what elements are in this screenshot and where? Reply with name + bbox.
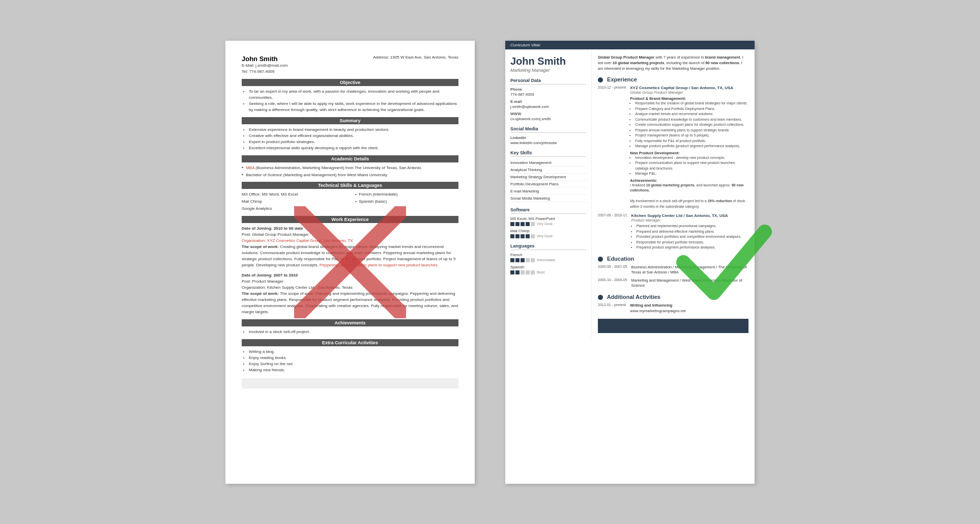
resume-left: John Smith E-Mail: j.smith@mail.com Tel:… xyxy=(225,41,475,484)
exp-1-dates: 2010-12 - present xyxy=(598,86,626,209)
key-skill-4: Portfolio Development Plans xyxy=(510,181,586,188)
left-work-2-post: Post: Product Manager xyxy=(242,279,458,285)
left-summary-title: Summary xyxy=(242,117,458,124)
sq5 xyxy=(531,258,535,262)
experience-title: Experience xyxy=(598,76,748,82)
exp-1-company: XYZ Cosmetics Capital Group / San Antoni… xyxy=(630,86,748,90)
lang-item-2: Spanish Basic xyxy=(510,265,586,274)
left-academic-text-1: MBA (Business Administration, Marketing … xyxy=(246,165,421,171)
key-skills-title: Key Skills xyxy=(510,150,586,157)
left-objective-list: To be an expert in my area of work, with… xyxy=(242,89,458,113)
exp-1-sub1-list: Responsible for the creation of global b… xyxy=(630,101,748,149)
email-label: E-mail xyxy=(510,99,586,104)
edu-2-dates: 2000-10 - 2004-05 xyxy=(598,278,627,289)
software-1-level: Very Good xyxy=(537,222,553,226)
exp-1-sub3-title: Achievements: xyxy=(630,178,748,183)
exp-1-sub1-b3: Analyze market trends and recommend solu… xyxy=(635,112,748,117)
education-title: Education xyxy=(598,256,748,262)
software-2-bar: Very Good xyxy=(510,234,586,238)
add-entry-1: 2012-01 - present Writing and Influencin… xyxy=(598,303,748,314)
exp-2-job-title: Product Manager xyxy=(631,218,741,223)
right-sidebar: John Smith Marketing Manager Personal Da… xyxy=(505,49,592,339)
sq3 xyxy=(521,270,525,274)
lang-2-bar: Basic xyxy=(510,270,586,274)
right-main-content: Global Group Product Manager with 7 year… xyxy=(592,49,755,339)
linkedin-value: www.linkedin.com/johnsutw xyxy=(510,141,586,145)
left-achievements-list: Involved in a stock sell-off project. xyxy=(242,329,458,335)
additional-dot xyxy=(598,295,603,300)
right-job-title: Marketing Manager xyxy=(510,68,586,73)
sq2 xyxy=(515,222,520,226)
linkedin-label: LinkedIn xyxy=(510,135,586,140)
left-technical-title: Technical Skills & Languages xyxy=(242,182,458,189)
www-value: cv.uptowork.com/j.smith xyxy=(510,117,586,121)
left-phone: Tel: 774-987-4009 xyxy=(242,69,287,75)
exp-1-sub1-b2: Prepare Category and Portfolio Deploymen… xyxy=(635,106,748,112)
left-extra-1: Writing a blog. xyxy=(249,349,458,355)
left-extra-list: Writing a blog. Enjoy reading books. Enj… xyxy=(242,349,458,373)
left-work-entry-2: Date of Joining: 2007 to 2010 Post: Prod… xyxy=(242,272,458,315)
right-name: John Smith xyxy=(510,56,586,67)
phone-label: Phone xyxy=(510,87,586,92)
sq2 xyxy=(515,270,520,274)
software-item-1: MS Excel, MS PowerPoint Very Good xyxy=(510,216,586,226)
lang-1-label: French xyxy=(510,253,586,257)
left-skill-google: Google Analytics xyxy=(242,206,345,212)
exp-2-company: Kitchen Supply Center Ltd / San Antonio,… xyxy=(631,213,741,218)
exp-1-sub1-title: Product & Brand Management: xyxy=(630,96,748,101)
key-skill-5: E-mail Marketing xyxy=(510,188,586,195)
left-summary-item-1: Extensive experience in brand management… xyxy=(249,127,458,133)
exp-1-achievements-text: I finalized 10 global marketing projects… xyxy=(630,183,748,210)
exp-1-sub1-b9: Manage product portfolio (product segmen… xyxy=(635,144,748,149)
left-skills-grid: MS Office: MS Word, MS Excel • French (i… xyxy=(242,191,458,212)
left-academic-bullet-1: • xyxy=(242,165,243,170)
edu-2-text: Marketing and Management / West Miami Un… xyxy=(631,278,748,289)
exp-2-b1: Planned and implemented promotional camp… xyxy=(637,224,741,229)
social-media-title: Social Media xyxy=(510,126,586,133)
languages-title: Languages xyxy=(510,243,586,250)
left-academic-text-2: Bachelor of Science (Marketing and Manag… xyxy=(246,172,387,178)
sq3 xyxy=(521,258,525,262)
exp-1-sub1-b8: Fully responsible for P&L of product por… xyxy=(635,139,748,144)
edu-entry-1: 2005-09 - 2007-05 Business Administratio… xyxy=(598,265,748,275)
left-summary-item-2: Creative with effective and efficient or… xyxy=(249,133,458,139)
left-work-1-post: Post: Global Group Product Manager xyxy=(242,232,458,238)
email-value: j.smith@uptowork.com xyxy=(510,104,586,109)
exp-1-content: XYZ Cosmetics Capital Group / San Antoni… xyxy=(630,86,748,209)
sq1 xyxy=(510,222,514,226)
right-summary: Global Group Product Manager with 7 year… xyxy=(598,54,748,72)
add-1-dates: 2012-01 - present xyxy=(598,303,626,314)
exp-entry-1: 2010-12 - present XYZ Cosmetics Capital … xyxy=(598,86,748,209)
education-dot xyxy=(598,257,603,262)
left-extra-4: Making new friends. xyxy=(249,367,458,373)
left-achievement-1: Involved in a stock sell-off project. xyxy=(249,329,458,335)
sq4 xyxy=(526,270,530,274)
software-1-bar: Very Good xyxy=(510,222,586,226)
left-skill-ms: MS Office: MS Word, MS Excel xyxy=(242,191,345,198)
left-academic-item-1: • MBA (Business Administration, Marketin… xyxy=(242,165,458,171)
software-1-label: MS Excel, MS PowerPoint xyxy=(510,216,586,221)
left-work-1-org: Organization: XYZ Cosmetics Capital Grou… xyxy=(242,238,353,243)
key-skill-1: Innovation Management xyxy=(510,159,586,167)
sq2 xyxy=(515,258,520,262)
left-header: John Smith E-Mail: j.smith@mail.com Tel:… xyxy=(242,55,458,75)
left-academic-item-2: • Bachelor of Science (Marketing and Man… xyxy=(242,172,458,178)
exp-1-sub1-b7: Project management (teams of up to 5 peo… xyxy=(635,133,748,139)
additional-title: Additional Activities xyxy=(598,294,748,300)
sq4 xyxy=(526,234,530,238)
exp-2-b5: Prepared product segment performance ana… xyxy=(637,245,741,251)
sq4 xyxy=(526,258,530,262)
right-bottom-bar xyxy=(598,319,748,333)
left-skill-mailchimp: Mail Chimp xyxy=(242,199,345,205)
left-objective-item-1: To be an expert in my area of work, with… xyxy=(249,89,458,101)
sq3 xyxy=(521,222,525,226)
exp-1-sub2-title: New Product Development: xyxy=(630,151,748,155)
key-skill-6: Social Media Marketing xyxy=(510,195,586,202)
edu-1-text: Business Administration / Marketing Mana… xyxy=(631,265,748,275)
exp-2-list: Planned and implemented promotional camp… xyxy=(631,224,741,251)
left-achievements-title: Achievements xyxy=(242,319,458,326)
add-1-text: www.mymarketingcampaigns.me xyxy=(630,309,686,314)
key-skill-2: Analytical Thinking xyxy=(510,167,586,174)
left-objective-item-2: Seeking a role, where I will be able to … xyxy=(249,101,458,113)
exp-1-sub1-b4: Communicate product knowledge to custome… xyxy=(635,117,748,123)
